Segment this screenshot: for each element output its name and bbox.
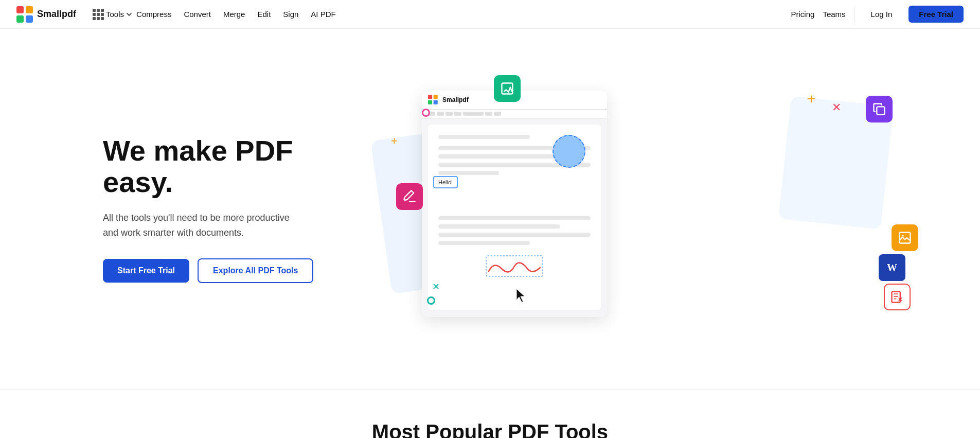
svg-rect-3 (26, 15, 33, 23)
nav-divider (854, 7, 854, 22)
hero-illustration: Smallpdf (381, 60, 918, 358)
grid-icon (93, 9, 104, 20)
bottom-section: Most Popular PDF Tools 21 tools to conve… (0, 389, 980, 438)
deco-x-top: ✕ (832, 101, 841, 114)
nav-teams[interactable]: Teams (823, 10, 845, 19)
bottom-title: Most Popular PDF Tools (10, 421, 970, 438)
svg-rect-6 (428, 100, 432, 104)
doc-logo-icon (428, 95, 438, 105)
nav-compress[interactable]: Compress (136, 10, 171, 19)
deco-x-bottom: ✕ (432, 281, 440, 292)
tools-menu-button[interactable]: Tools (88, 7, 136, 22)
svg-rect-7 (434, 100, 438, 104)
svg-rect-5 (434, 95, 438, 99)
start-free-trial-button[interactable]: Start Free Trial (103, 259, 189, 283)
svg-rect-10 (877, 107, 884, 114)
hero-buttons: Start Free Trial Explore All PDF Tools (103, 258, 360, 283)
deco-plus-top-right: + (807, 91, 815, 107)
float-edit-icon (494, 75, 521, 102)
float-pen-icon (396, 183, 423, 210)
signature-scribble (484, 253, 545, 279)
smallpdf-logo-icon (16, 6, 33, 23)
svg-rect-4 (428, 95, 432, 99)
doc-card: Smallpdf (422, 91, 607, 317)
nav-edit[interactable]: Edit (257, 10, 271, 19)
doc-app-name: Smallpdf (442, 96, 469, 103)
hello-text-box: Hello! (433, 176, 458, 188)
hero-section: We make PDF easy. All the tools you'll n… (0, 29, 980, 389)
nav-merge[interactable]: Merge (223, 10, 245, 19)
float-image-icon (892, 224, 918, 251)
chevron-down-icon (126, 11, 132, 17)
nav-aipdf[interactable]: AI PDF (311, 10, 335, 19)
nav-right: Pricing Teams Log In Free Trial (791, 6, 964, 23)
logo-text: Smallpdf (37, 9, 76, 20)
hero-content: We make PDF easy. All the tools you'll n… (103, 135, 360, 284)
deco-plus-left: + (391, 134, 398, 148)
nav-pricing[interactable]: Pricing (791, 10, 815, 19)
deco-circle-pink (422, 109, 430, 117)
float-duplicate-icon (866, 96, 893, 122)
svg-rect-2 (16, 15, 24, 23)
doc-body: Hello! (428, 125, 601, 310)
deco-circle-teal (427, 296, 435, 305)
free-trial-nav-button[interactable]: Free Trial (908, 6, 964, 23)
svg-rect-1 (26, 6, 33, 13)
hero-subtitle: All the tools you'll need to be more pro… (103, 211, 298, 240)
login-button[interactable]: Log In (863, 7, 901, 22)
doc-toolbar (422, 110, 607, 118)
svg-rect-0 (16, 6, 24, 13)
svg-point-12 (902, 235, 904, 237)
hero-title: We make PDF easy. (103, 135, 360, 198)
nav-sign[interactable]: Sign (283, 10, 298, 19)
nav-links: Compress Convert Merge Edit Sign AI PDF (136, 10, 336, 19)
nav-convert[interactable]: Convert (184, 10, 211, 19)
selected-circle (553, 135, 585, 168)
float-pdf-icon (884, 284, 911, 310)
navbar: Smallpdf Tools Compress Convert Merge Ed… (0, 0, 980, 29)
explore-tools-button[interactable]: Explore All PDF Tools (198, 258, 313, 283)
float-word-icon: W (879, 254, 905, 281)
logo-link[interactable]: Smallpdf (16, 6, 76, 23)
cursor-icon (514, 288, 527, 307)
